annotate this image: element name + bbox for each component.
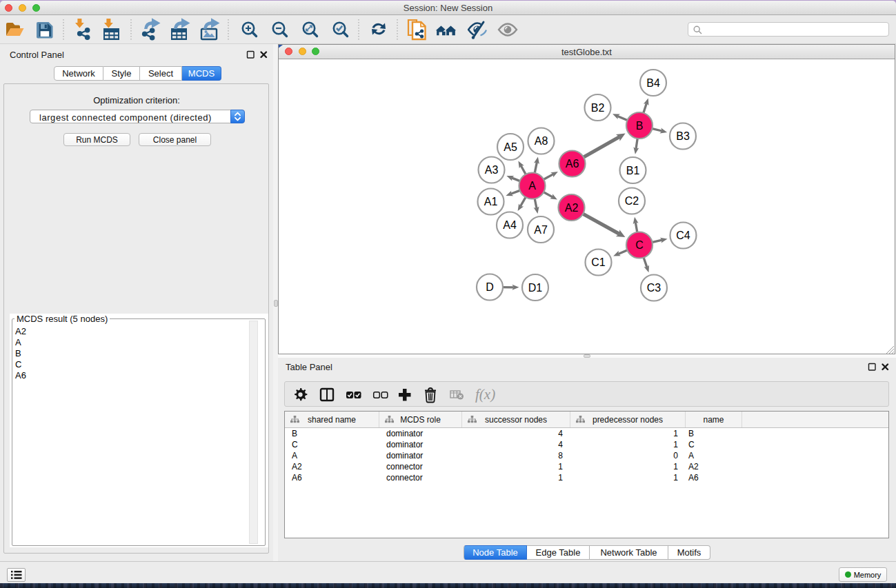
svg-text:C3: C3 — [647, 282, 661, 294]
svg-text:B2: B2 — [591, 102, 605, 114]
svg-text:B: B — [636, 120, 644, 132]
svg-text:C: C — [635, 239, 644, 251]
svg-text:A1: A1 — [484, 196, 498, 207]
svg-text:C4: C4 — [676, 230, 690, 241]
svg-text:B4: B4 — [646, 77, 660, 89]
svg-text:D1: D1 — [528, 282, 543, 294]
svg-text:A7: A7 — [534, 224, 548, 236]
svg-text:B1: B1 — [626, 165, 640, 176]
svg-text:A3: A3 — [485, 164, 499, 176]
svg-text:C2: C2 — [625, 195, 639, 207]
svg-text:f(x): f(x) — [475, 386, 495, 403]
svg-text:A6: A6 — [566, 158, 579, 170]
svg-text:B3: B3 — [676, 130, 690, 142]
svg-text:D: D — [486, 281, 494, 293]
svg-text:C1: C1 — [591, 256, 606, 268]
svg-text:A4: A4 — [503, 219, 517, 231]
svg-text:A8: A8 — [535, 135, 548, 147]
svg-text:A5: A5 — [504, 141, 517, 153]
svg-text:A2: A2 — [565, 202, 579, 214]
svg-text:A: A — [528, 180, 536, 192]
